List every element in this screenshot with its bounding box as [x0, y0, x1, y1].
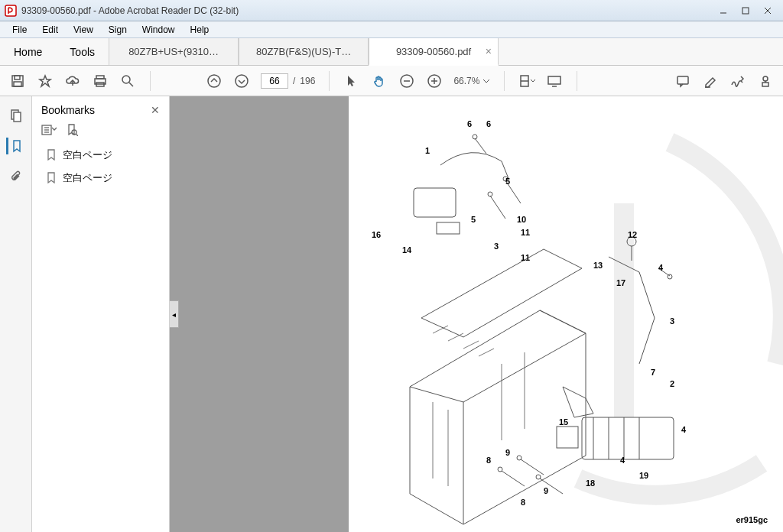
pdf-page[interactable]: 1 6 6 5 5 10 11 11 16 14 3 12 13 17 4 3 … — [349, 96, 783, 532]
svg-line-70 — [521, 459, 544, 475]
window-title: 93309-00560.pdf - Adobe Acrobat Reader D… — [21, 5, 239, 16]
svg-marker-17 — [348, 76, 355, 86]
bookmark-icon — [46, 149, 57, 161]
close-icon[interactable]: × — [486, 45, 492, 57]
svg-rect-62 — [582, 417, 674, 459]
svg-marker-8 — [40, 76, 50, 86]
page-down-button[interactable] — [233, 73, 250, 89]
svg-rect-0 — [5, 5, 16, 16]
svg-point-71 — [517, 456, 521, 460]
hand-tool[interactable] — [371, 73, 388, 89]
svg-rect-30 — [762, 83, 768, 86]
bookmark-item[interactable]: 空白ページ — [32, 144, 169, 167]
svg-rect-7 — [14, 82, 21, 86]
thumbnails-button[interactable] — [8, 107, 24, 124]
minimize-button[interactable] — [713, 3, 734, 18]
tools-button[interactable]: Tools — [56, 38, 109, 65]
bookmark-options-icon[interactable] — [41, 124, 57, 136]
main-area: Bookmarks ✕ 空白ページ 空白ページ ◂ — [0, 96, 783, 532]
svg-point-29 — [763, 76, 768, 81]
collapse-panel-button[interactable]: ◂ — [170, 300, 179, 328]
highlight-button[interactable] — [702, 73, 719, 89]
figure-ref: er915gc — [736, 515, 768, 524]
menu-edit[interactable]: Edit — [34, 23, 66, 37]
panel-close-icon[interactable]: ✕ — [151, 104, 160, 116]
find-button[interactable] — [119, 73, 136, 89]
svg-line-56 — [475, 138, 486, 154]
tab-3[interactable]: 93309-00560.pdf× — [369, 38, 499, 66]
tab-2[interactable]: 80Z7B(F&S)(US)-T… — [239, 38, 369, 65]
tab-bar: Home Tools 80Z7B+US+(9310… 80Z7B(F&S)(US… — [0, 38, 783, 66]
engine-diagram: 1 6 6 5 5 10 11 11 16 14 3 12 13 17 4 3 … — [349, 96, 783, 532]
svg-rect-6 — [15, 76, 20, 79]
svg-point-73 — [536, 475, 541, 479]
svg-line-14 — [129, 83, 133, 86]
stamp-button[interactable] — [757, 73, 774, 89]
page-input[interactable] — [261, 73, 288, 89]
comment-button[interactable] — [674, 73, 691, 89]
svg-rect-33 — [14, 112, 21, 122]
page-up-button[interactable] — [206, 73, 223, 89]
svg-line-52 — [490, 196, 505, 219]
svg-line-45 — [479, 349, 494, 356]
svg-line-39 — [76, 134, 78, 136]
svg-rect-67 — [557, 427, 578, 448]
bookmark-item[interactable]: 空白ページ — [32, 167, 169, 190]
sign-button[interactable] — [729, 73, 746, 89]
cloud-button[interactable] — [64, 73, 81, 89]
menu-file[interactable]: File — [5, 23, 34, 37]
bookmarks-panel: Bookmarks ✕ 空白ページ 空白ページ — [32, 96, 170, 532]
zoom-in-button[interactable] — [426, 73, 443, 89]
panel-title: Bookmarks — [41, 104, 95, 116]
titlebar: 93309-00560.pdf - Adobe Acrobat Reader D… — [0, 0, 783, 21]
bookmarks-button[interactable] — [6, 138, 23, 154]
nav-rail — [0, 96, 32, 532]
svg-rect-25 — [548, 76, 560, 84]
attachments-button[interactable] — [8, 168, 24, 185]
app-icon — [5, 5, 17, 17]
maximize-button[interactable] — [735, 3, 756, 18]
document-area: ◂ — [170, 96, 783, 532]
menu-sign[interactable]: Sign — [101, 23, 135, 37]
close-button[interactable] — [757, 3, 778, 18]
svg-rect-50 — [414, 188, 456, 217]
screen-button[interactable] — [546, 73, 563, 89]
svg-point-16 — [236, 75, 248, 87]
select-tool[interactable] — [343, 73, 360, 89]
svg-point-61 — [668, 274, 672, 279]
menu-help[interactable]: Help — [183, 23, 217, 37]
svg-line-68 — [502, 471, 525, 486]
svg-rect-51 — [437, 222, 460, 234]
home-button[interactable]: Home — [0, 38, 56, 65]
svg-line-43 — [448, 333, 463, 341]
save-button[interactable] — [9, 73, 26, 89]
menu-window[interactable]: Window — [135, 23, 183, 37]
tab-1[interactable]: 80Z7B+US+(9310… — [109, 38, 239, 65]
bookmark-find-icon[interactable] — [66, 124, 78, 136]
svg-point-13 — [122, 76, 130, 83]
main-toolbar: / 196 66.7% — [0, 66, 783, 96]
svg-marker-41 — [421, 249, 582, 337]
page-indicator: / 196 — [261, 73, 315, 89]
window-controls — [713, 3, 778, 18]
svg-rect-27 — [677, 76, 688, 84]
svg-point-15 — [208, 75, 220, 87]
menu-view[interactable]: View — [66, 23, 101, 37]
zoom-out-button[interactable] — [398, 73, 415, 89]
svg-rect-2 — [742, 8, 749, 14]
print-button[interactable] — [92, 73, 109, 89]
page-total: 196 — [300, 76, 315, 86]
svg-point-69 — [498, 467, 502, 472]
bookmark-icon — [46, 172, 57, 184]
zoom-select[interactable]: 66.7% — [453, 76, 490, 86]
chevron-down-icon — [482, 77, 490, 85]
fit-button[interactable] — [518, 73, 535, 89]
menu-bar: File Edit View Sign Window Help — [0, 21, 783, 38]
star-button[interactable] — [37, 73, 54, 89]
